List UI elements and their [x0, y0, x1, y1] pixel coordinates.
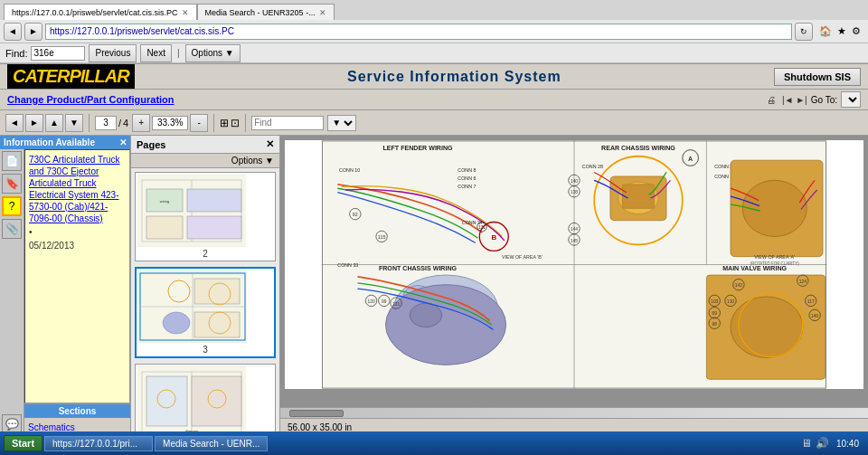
info-available-header: Information Available ✕ — [0, 136, 130, 149]
nav-icons: 🖨 |◄ ►| — [767, 95, 807, 105]
svg-text:VIEW OF AREA 'B': VIEW OF AREA 'B' — [502, 254, 542, 260]
volume-icon: 🔊 — [816, 437, 829, 450]
start-button[interactable]: Start — [4, 435, 42, 451]
page-thumb-4[interactable]: diagram 4 — [135, 364, 276, 436]
tab-media[interactable]: Media Search - UENR3205 -... ✕ — [197, 4, 335, 20]
pages-options-button[interactable]: Options ▼ — [231, 156, 274, 166]
goto-select[interactable] — [841, 91, 861, 108]
separator-3 — [245, 114, 246, 132]
find-label: Find: — [5, 48, 27, 59]
svg-rect-5 — [146, 216, 183, 239]
svg-text:CONN 10: CONN 10 — [339, 167, 360, 173]
svg-text:REAR CHASSIS WIRING: REAR CHASSIS WIRING — [601, 145, 675, 152]
refresh-button[interactable]: ↻ — [795, 23, 813, 41]
svg-rect-6 — [187, 216, 241, 239]
info-link[interactable]: 730C Articulated Truck and 730C Ejector … — [29, 155, 120, 223]
address-bar[interactable]: https://127.0.0.1/prisweb/servlet/cat.ci… — [45, 24, 792, 40]
home-icon[interactable]: 🏠 — [819, 25, 832, 37]
svg-text:CONN 28: CONN 28 — [582, 164, 603, 169]
separator-1 — [89, 114, 90, 132]
svg-text:(ROTATED FOR CLARITY): (ROTATED FOR CLARITY) — [750, 261, 799, 266]
pages-panel: Pages ✕ Options ▼ — [131, 136, 280, 436]
pages-close-button[interactable]: ✕ — [266, 138, 274, 150]
svg-text:CONN: CONN — [714, 174, 729, 179]
find-scope-select[interactable]: ▼ — [327, 115, 356, 131]
svg-text:145: 145 — [571, 239, 578, 243]
pages-title: Pages — [137, 139, 165, 150]
tab-sis[interactable]: https://127.0.0.1/prisweb/servlet/cat.ci… — [4, 4, 197, 20]
app-title: Service Information System — [347, 69, 561, 85]
horizontal-scrollbar[interactable] — [280, 407, 868, 418]
page-thumb-2[interactable]: wiring 2 — [135, 172, 276, 261]
page-number-input[interactable] — [95, 116, 117, 130]
svg-text:CONN 33: CONN 33 — [337, 262, 358, 268]
gear-icon[interactable]: ⚙ — [852, 25, 861, 37]
print-icon[interactable]: 🖨 — [767, 95, 776, 105]
shutdown-button[interactable]: Shutdown SIS — [774, 68, 861, 86]
taskbar-item-media[interactable]: Media Search - UENR... — [155, 436, 268, 451]
tab-bar: https://127.0.0.1/prisweb/servlet/cat.ci… — [0, 0, 868, 20]
svg-rect-21 — [146, 376, 187, 426]
page-3-preview — [138, 270, 247, 343]
page-2-num: 2 — [137, 249, 273, 259]
forward-button[interactable]: ► — [24, 23, 42, 41]
svg-text:144: 144 — [571, 227, 578, 232]
pages-header: Pages ✕ — [131, 136, 279, 154]
svg-text:CONN 2: CONN 2 — [714, 164, 732, 169]
sidebar-icon-highlight[interactable]: ? — [2, 196, 22, 216]
view-icon[interactable]: ⊡ — [231, 117, 240, 129]
svg-text:FRONT CHASSIS WIRING: FRONT CHASSIS WIRING — [379, 265, 458, 272]
left-sidebar: Information Available ✕ 📄 🔖 ? 📎 💬 730C A… — [0, 136, 131, 436]
app-header: CATERPILLAR Service Information System S… — [0, 64, 868, 90]
find-options-button[interactable]: Options ▼ — [185, 44, 241, 62]
zoom-input[interactable] — [152, 116, 188, 130]
svg-rect-59 — [622, 185, 654, 209]
toolbar-nav-right[interactable]: ► — [25, 114, 43, 132]
tab-close-sis[interactable]: ✕ — [182, 8, 189, 17]
find-prev-button[interactable]: Previous — [89, 44, 137, 62]
svg-text:A: A — [688, 156, 693, 163]
tab-close-media[interactable]: ✕ — [319, 8, 326, 17]
find-input[interactable] — [31, 46, 85, 61]
doc-viewer: LEFT FENDER WIRING REAR CHASSIS WIRING F… — [280, 136, 868, 436]
find-next-button[interactable]: Next — [140, 44, 172, 62]
find-document-input[interactable] — [251, 116, 324, 130]
zoom-in[interactable]: + — [132, 114, 150, 132]
svg-text:MAIN VALVE WIRING: MAIN VALVE WIRING — [722, 265, 787, 272]
doc-content[interactable]: LEFT FENDER WIRING REAR CHASSIS WIRING F… — [280, 136, 868, 407]
back-button[interactable]: ◄ — [4, 23, 22, 41]
info-close-button[interactable]: ✕ — [119, 137, 127, 147]
prev-page-icon[interactable]: |◄ — [782, 95, 794, 105]
svg-text:120: 120 — [368, 299, 375, 304]
toolbar: ◄ ► ▲ ▼ / 4 + - ⊞ ⊡ ▼ — [0, 110, 868, 136]
next-page-icon[interactable]: ►| — [796, 95, 807, 105]
taskbar-item-sis[interactable]: https://127.0.0.1/pri... — [44, 436, 153, 451]
address-text: https://127.0.0.1/prisweb/servlet/cat.ci… — [50, 26, 234, 36]
svg-text:CONN 6: CONN 6 — [458, 175, 476, 181]
svg-rect-13 — [194, 279, 240, 304]
main-layout: Information Available ✕ 📄 🔖 ? 📎 💬 730C A… — [0, 136, 868, 436]
wiring-diagram: LEFT FENDER WIRING REAR CHASSIS WIRING F… — [285, 140, 863, 389]
svg-text:98: 98 — [712, 322, 718, 327]
fit-icon[interactable]: ⊞ — [220, 117, 229, 129]
sidebar-icon-2[interactable]: 🔖 — [2, 174, 22, 194]
page-3-num: 3 — [138, 345, 272, 355]
star-icon[interactable]: ★ — [837, 25, 846, 37]
find-bar: Find: Previous Next | Options ▼ — [0, 43, 868, 63]
svg-text:B: B — [491, 233, 496, 242]
sidebar-icon-1[interactable]: 📄 — [2, 151, 22, 171]
zoom-out[interactable]: - — [190, 114, 208, 132]
toolbar-nav-up[interactable]: ▲ — [45, 114, 63, 132]
page-thumb-3[interactable]: 3 — [135, 267, 276, 358]
svg-rect-22 — [192, 376, 241, 426]
app-container: CATERPILLAR Service Information System S… — [0, 64, 868, 436]
toolbar-nav-down[interactable]: ▼ — [65, 114, 83, 132]
svg-text:CONN 8: CONN 8 — [458, 167, 476, 173]
change-product-link[interactable]: Change Product/Part Configuration — [7, 94, 175, 105]
sidebar-icon-4[interactable]: 📎 — [2, 219, 22, 239]
svg-text:115: 115 — [378, 234, 386, 240]
pages-options: Options ▼ — [131, 154, 279, 168]
network-icon: 🖥 — [801, 437, 812, 450]
toolbar-nav-left[interactable]: ◄ — [5, 114, 24, 132]
svg-text:117: 117 — [807, 299, 815, 304]
